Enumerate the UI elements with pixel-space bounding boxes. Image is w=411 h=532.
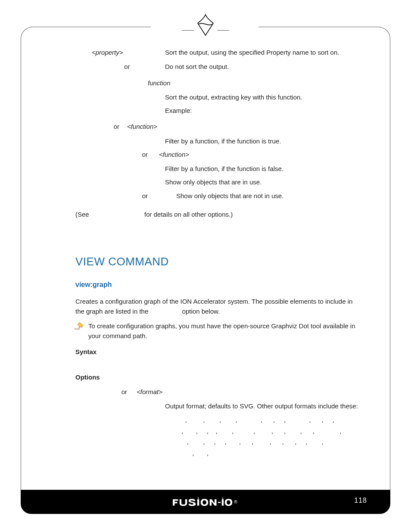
view-para-b: option below. xyxy=(182,308,220,315)
option-row-or-nosort: or Do not sort the output. xyxy=(92,62,359,72)
svg-point-0 xyxy=(74,328,80,330)
option-arg: <function> xyxy=(159,149,189,159)
option-label: <property> xyxy=(92,47,165,57)
see-post: for details on all other options.) xyxy=(144,211,233,218)
page-number: 118 xyxy=(354,497,367,504)
format-list: , , , , , , , , , , , , , , , , , , , , … xyxy=(178,414,359,458)
options-heading: Options xyxy=(75,372,359,382)
frame-top-gap xyxy=(151,24,258,30)
svg-point-5 xyxy=(222,498,224,499)
option-row-format: or <format> xyxy=(92,387,359,397)
option-desc-inuse: Show only objects that are in use. xyxy=(165,177,359,187)
option-desc: Show only objects that are not in use. xyxy=(176,191,359,201)
option-or: or xyxy=(92,121,127,131)
frame-notch-right xyxy=(217,23,229,31)
page: <property> Sort the output, using the sp… xyxy=(0,0,411,532)
option-arg: <format> xyxy=(137,387,162,397)
option-desc-format: Output format; defaults to SVG. Other ou… xyxy=(165,401,359,411)
svg-point-2 xyxy=(198,498,199,499)
view-graph-paragraph: Creates a configuration graph of the ION… xyxy=(75,296,359,317)
footer-brand-logo: ® xyxy=(173,497,238,507)
see-pre: (See xyxy=(75,211,89,218)
page-footer: ® 118 xyxy=(21,490,390,514)
svg-rect-1 xyxy=(197,499,199,506)
option-or: or xyxy=(92,387,137,397)
note-icon xyxy=(74,321,85,330)
content-area: <property> Sort the output, using the sp… xyxy=(75,47,359,458)
syntax-heading: Syntax xyxy=(75,347,359,357)
section-heading-view-command: VIEW COMMAND xyxy=(75,253,359,270)
note-text: To create configuration graphs, you must… xyxy=(88,322,355,339)
option-row-property: <property> Sort the output, using the sp… xyxy=(92,47,359,57)
note-block: To create configuration graphs, you must… xyxy=(75,321,359,341)
option-function-desc2: Example: xyxy=(165,106,359,115)
frame-notch-left xyxy=(182,23,194,31)
option-or: or xyxy=(92,191,159,201)
option-row-filter-true: or <function> xyxy=(92,121,359,131)
option-or: or xyxy=(92,149,159,159)
registered-mark: ® xyxy=(234,500,238,504)
option-desc: Filter by a function, if the function is… xyxy=(165,136,359,146)
option-function-desc1: Sort the output, extracting key with thi… xyxy=(165,92,359,102)
option-function-label: function xyxy=(148,78,359,88)
see-also-line: (See for details on all other options.) xyxy=(75,209,359,219)
option-desc: Do not sort the output. xyxy=(165,62,359,72)
option-row-not-in-use: or Show only objects that are not in use… xyxy=(92,191,359,201)
subsection-heading-view-graph: view:graph xyxy=(75,280,359,290)
option-desc: Filter by a function, if the function is… xyxy=(165,164,359,174)
option-desc: Sort the output, using the specified Pro… xyxy=(165,47,359,57)
option-row-filter-false: or <function> xyxy=(92,149,359,159)
svg-rect-4 xyxy=(222,499,224,506)
svg-rect-3 xyxy=(218,502,221,503)
option-or: or xyxy=(92,62,165,72)
option-arg: <function> xyxy=(127,121,170,131)
